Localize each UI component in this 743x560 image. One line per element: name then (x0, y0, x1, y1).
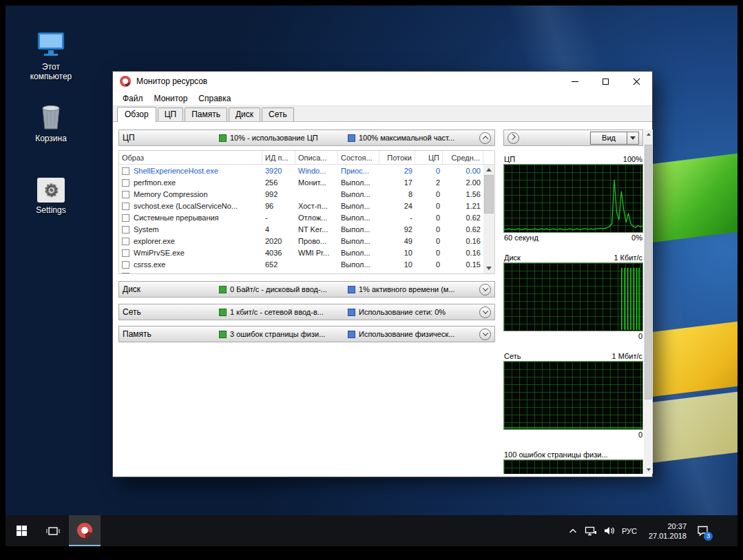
process-row[interactable]: System 4 NT Ker... Выпол... 92 0 0.62 (119, 223, 483, 235)
cpu-section-header[interactable]: ЦП 10% - использование ЦП 100% максималь… (118, 129, 495, 146)
column-cpu[interactable]: ЦП (415, 151, 443, 164)
process-row[interactable]: Memory Compression 992 Выпол... 8 0 1.56 (119, 188, 483, 200)
scroll-down-icon[interactable] (644, 465, 653, 474)
process-row[interactable]: WmiPrvSE.exe 4036 WMI Pr... Выпол... 10 … (119, 247, 483, 258)
process-checkbox[interactable] (122, 191, 129, 198)
taskbar-resource-monitor-button[interactable] (69, 515, 101, 546)
disk-io-graph (503, 262, 643, 331)
process-pid: 256 (262, 178, 295, 187)
tab-network[interactable]: Сеть (262, 107, 294, 121)
process-checkbox[interactable] (122, 203, 129, 210)
process-row[interactable]: Системные прерывания - Отлож... Выпол...… (119, 211, 483, 223)
tab-disk[interactable]: Диск (229, 107, 260, 121)
process-row[interactable]: explorer.exe 2020 Прово... Выпол... 49 0… (119, 235, 483, 247)
minimize-button[interactable] (559, 72, 590, 91)
memory-section-header[interactable]: Память 3 ошибок страницы физи... Использ… (118, 326, 495, 342)
tab-memory[interactable]: Память (185, 107, 227, 121)
maximize-button[interactable] (590, 72, 621, 91)
menu-monitor[interactable]: Монитор (149, 94, 193, 103)
expand-memory-section-button[interactable] (479, 329, 491, 340)
process-cpu: 0 (415, 190, 443, 198)
task-view-button[interactable] (37, 515, 69, 546)
tab-cpu[interactable]: ЦП (158, 107, 184, 121)
process-average-cpu: 2.00 (443, 178, 483, 187)
chevron-down-icon (482, 330, 488, 335)
process-name: svchost.exe (LocalServiceNo... (134, 202, 238, 210)
process-checkbox[interactable] (122, 167, 129, 175)
column-pid[interactable]: ИД п... (262, 151, 295, 164)
process-row[interactable]: ShellExperienceHost.exe 3920 Windo... Пр… (119, 165, 483, 176)
process-status: Выпол... (338, 190, 379, 198)
process-checkbox[interactable] (122, 179, 129, 187)
expand-disk-section-button[interactable] (479, 284, 491, 295)
scrollbar-thumb[interactable] (484, 175, 494, 214)
process-checkbox[interactable] (122, 249, 129, 257)
process-checkbox[interactable] (122, 214, 129, 222)
process-name: explorer.exe (134, 237, 175, 245)
process-row[interactable]: csrss.exe 652 Выпол... 10 0 0.15 (119, 258, 483, 270)
close-button[interactable] (621, 72, 652, 91)
show-hidden-icons-button[interactable] (564, 515, 582, 546)
column-average[interactable]: Средн... (443, 151, 483, 164)
expand-network-section-button[interactable] (479, 307, 491, 318)
process-pid: 4 (262, 225, 295, 234)
language-indicator[interactable]: РУС (618, 527, 641, 535)
menu-help[interactable]: Справка (193, 94, 236, 103)
cpu-frequency-indicator (348, 134, 355, 142)
window-titlebar[interactable]: Монитор ресурсов (113, 72, 652, 91)
desktop-icon-recycle-bin[interactable]: Корзина (22, 101, 80, 143)
column-status[interactable]: Состоя... (338, 151, 379, 164)
collapse-cpu-section-button[interactable] (479, 132, 491, 144)
menu-file[interactable]: Файл (117, 94, 149, 103)
network-io-indicator (219, 309, 227, 316)
process-status: Выпол... (338, 237, 379, 245)
process-checkbox[interactable] (122, 273, 129, 274)
network-section-header[interactable]: Сеть 1 кбит/с - сетевой ввод-в... Исполь… (118, 304, 495, 320)
scroll-up-icon[interactable] (483, 165, 494, 175)
process-name: services.exe (134, 272, 176, 274)
windows-logo-green-pane (648, 152, 737, 242)
taskbar-clock[interactable]: 20:37 27.01.2018 (641, 521, 691, 541)
volume-tray-button[interactable] (600, 515, 618, 546)
column-threads[interactable]: Потоки (379, 151, 415, 164)
scroll-up-icon[interactable] (644, 129, 653, 138)
memory-graph-block: 100 ошибок страницы физи... (503, 448, 643, 474)
process-status: Выпол... (338, 249, 379, 257)
process-cpu: 0 (415, 214, 443, 222)
process-average-cpu: 0.16 (443, 237, 483, 245)
chevron-up-icon (482, 136, 488, 141)
process-row[interactable]: perfmon.exe 256 Монит... Выпол... 17 2 2… (119, 176, 483, 188)
start-button[interactable] (6, 515, 37, 546)
action-center-button[interactable]: 3 (691, 515, 714, 546)
column-description[interactable]: Описа... (295, 151, 338, 164)
process-checkbox[interactable] (122, 238, 129, 245)
windows-logo-gold-pane (648, 320, 737, 397)
disk-section-header[interactable]: Диск 0 Байт/с - дисковый ввод-... 1% акт… (118, 281, 495, 298)
process-description: WMI Pr... (295, 249, 338, 257)
view-dropdown-button[interactable]: Вид (590, 132, 639, 145)
memory-section-title: Память (123, 329, 219, 339)
scroll-down-icon[interactable] (483, 263, 494, 273)
process-checkbox[interactable] (122, 226, 129, 234)
process-cpu: 0 (415, 260, 443, 269)
network-graph-min: 0 (638, 431, 642, 439)
view-dropdown-arrow[interactable] (627, 132, 639, 145)
memory-usage-label: Использование физическ... (359, 330, 454, 338)
table-scrollbar[interactable] (483, 165, 494, 273)
close-icon (633, 78, 640, 85)
desktop-icon-settings[interactable]: ⚙ Settings (22, 172, 80, 215)
memory-faults-graph (503, 459, 643, 474)
scrollbar-thumb[interactable] (645, 145, 652, 400)
collapse-graphs-panel-button[interactable] (507, 132, 519, 144)
process-row[interactable]: services.exe 768 (119, 270, 483, 273)
process-row[interactable]: svchost.exe (LocalServiceNo... 96 Хост-п… (119, 200, 483, 211)
network-icon (585, 526, 597, 537)
tab-overview[interactable]: Обзор (117, 107, 156, 122)
process-average-cpu: 0.00 (443, 167, 483, 175)
process-checkbox[interactable] (122, 261, 129, 269)
process-table: Образ ИД п... Описа... Состоя... Потоки … (118, 150, 495, 274)
column-image[interactable]: Образ (119, 151, 262, 164)
network-tray-button[interactable] (582, 515, 600, 546)
panel-scrollbar[interactable] (644, 129, 653, 474)
desktop-icon-this-pc[interactable]: Этот компьютер (22, 29, 80, 81)
